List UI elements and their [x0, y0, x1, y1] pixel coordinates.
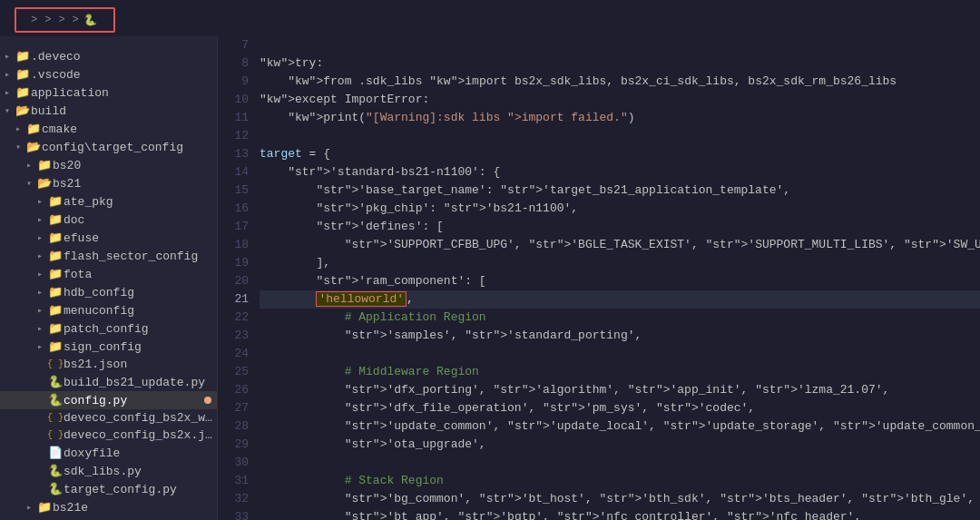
line-number: 9	[218, 73, 249, 91]
breadcrumb: > > > > 🐍	[15, 7, 115, 33]
main-layout: ▸ 📁 .deveco ▸ 📁 .vscode ▸ 📁 application …	[0, 36, 980, 520]
sidebar-item-menuconfig[interactable]: ▸ 📁 menuconfig	[0, 301, 217, 319]
tree-arrow: ▸	[33, 250, 47, 261]
line-number: 12	[218, 127, 249, 145]
code-line: "str">'ota_upgrade',	[260, 436, 980, 454]
sidebar-item-config_py[interactable]: 🐍 config.py	[0, 391, 217, 409]
code-line: "str">'pkg_chip': "str">'bs21-n1100',	[260, 200, 980, 218]
code-line: target = {	[260, 145, 980, 163]
line-number: 29	[218, 436, 249, 454]
sidebar-item-vscode[interactable]: ▸ 📁 .vscode	[0, 65, 217, 83]
file-icon-folder: 📁	[36, 500, 53, 515]
sidebar-item-bs22[interactable]: ▸ 📁 bs22	[0, 516, 217, 520]
line-number: 15	[218, 182, 249, 200]
code-line: "str">'standard-bs21-n1100': {	[260, 163, 980, 182]
tree-label: patch_config	[64, 322, 217, 336]
file-icon-folder: 📁	[47, 231, 64, 245]
sidebar-item-build_bs21[interactable]: 🐍 build_bs21_update.py	[0, 373, 217, 391]
code-line: "kw">except ImportError:	[260, 91, 980, 109]
tree-arrow: ▸	[33, 341, 47, 352]
line-number: 17	[218, 218, 249, 236]
tree-label: menuconfig	[64, 304, 217, 318]
line-number: 32	[218, 490, 249, 508]
tree-label: bs21.json	[64, 358, 217, 371]
tree-label: config\target_config	[42, 141, 217, 154]
code-line: "str">'dfx_porting', "str">'algorithm', …	[260, 381, 980, 399]
sidebar-item-sign_config[interactable]: ▸ 📁 sign_config	[0, 338, 217, 356]
breadcrumb-sep-4: >	[73, 14, 79, 26]
tree-arrow: ▸	[0, 51, 15, 62]
code-line: "kw">from .sdk_libs "kw">import bs2x_sdk…	[260, 73, 980, 91]
file-icon-json-brace: { }	[47, 430, 64, 440]
file-icon-python: 🐍	[47, 393, 64, 407]
sidebar-item-bs21e[interactable]: ▸ 📁 bs21e	[0, 498, 217, 516]
file-icon-folder: 📁	[15, 85, 31, 100]
file-icon-folder: 📁	[47, 339, 64, 354]
sidebar-item-bs21[interactable]: ▾ 📂 bs21	[0, 174, 217, 192]
sidebar-item-deveco_config_bs2x_json[interactable]: { } deveco_config_bs2x.json	[0, 427, 217, 444]
sidebar-item-efuse[interactable]: ▸ 📁 efuse	[0, 229, 217, 247]
file-icon-folder: 📁	[47, 267, 64, 281]
line-number: 20	[218, 272, 249, 290]
sidebar-item-bs20[interactable]: ▸ 📁 bs20	[0, 156, 217, 174]
tree-label: flash_sector_config	[64, 250, 217, 263]
sidebar-item-flash_sector_config[interactable]: ▸ 📁 flash_sector_config	[0, 247, 217, 265]
line-number: 31	[218, 472, 249, 490]
tree-arrow: ▸	[0, 87, 15, 98]
code-line: "str">'samples', "str">'standard_porting…	[260, 327, 980, 345]
code-container[interactable]: 7891011121314151617181920212223242526272…	[218, 36, 980, 520]
code-line: # Middleware Region	[260, 363, 980, 381]
sidebar-item-deveco[interactable]: ▸ 📁 .deveco	[0, 47, 217, 65]
tree-label: sdk_libs.py	[64, 465, 217, 478]
line-number: 33	[218, 508, 249, 520]
sidebar-item-hdb_config[interactable]: ▸ 📁 hdb_config	[0, 283, 217, 301]
file-icon-folder: 📁	[47, 212, 64, 227]
sidebar-item-deveco_config_bs2x[interactable]: { } deveco_config_bs2x_without_b...	[0, 409, 217, 427]
code-line	[260, 454, 980, 472]
file-icon-python: 🐍	[47, 375, 64, 389]
code-line: "str">'SUPPORT_CFBB_UPG', "str">'BGLE_TA…	[260, 236, 980, 254]
sidebar-item-ate_pkg[interactable]: ▸ 📁 ate_pkg	[0, 192, 217, 211]
tree-label: ate_pkg	[64, 195, 217, 209]
sidebar-item-application[interactable]: ▸ 📁 application	[0, 83, 217, 102]
code-line	[260, 345, 980, 363]
line-number: 27	[218, 399, 249, 417]
sidebar-item-fota[interactable]: ▸ 📁 fota	[0, 265, 217, 283]
sidebar-item-doxyfile[interactable]: 📄 doxyfile	[0, 444, 217, 462]
sidebar: ▸ 📁 .deveco ▸ 📁 .vscode ▸ 📁 application …	[0, 36, 218, 520]
line-number: 25	[218, 363, 249, 381]
sidebar-item-build[interactable]: ▾ 📂 build	[0, 102, 217, 120]
tree-label: config.py	[64, 394, 204, 407]
line-number: 21	[218, 290, 249, 309]
sidebar-item-cmake[interactable]: ▸ 📁 cmake	[0, 120, 217, 138]
line-number: 16	[218, 200, 249, 218]
tree-label: deveco_config_bs2x.json	[64, 428, 217, 442]
tree-label: .deveco	[31, 50, 217, 64]
sidebar-item-patch_config[interactable]: ▸ 📁 patch_config	[0, 319, 217, 338]
tree-label: deveco_config_bs2x_without_b...	[64, 411, 217, 425]
file-icon-json: { }	[47, 359, 64, 369]
sidebar-item-doc[interactable]: ▸ 📁 doc	[0, 211, 217, 229]
file-icon-python: 🐍	[47, 464, 64, 478]
sidebar-item-bs21json[interactable]: { } bs21.json	[0, 356, 217, 373]
line-number: 24	[218, 345, 249, 363]
breadcrumb-sep-1: >	[31, 14, 37, 26]
code-line: "str">'update_common', "str">'update_loc…	[260, 417, 980, 436]
sidebar-item-target_config_py[interactable]: 🐍 target_config.py	[0, 480, 217, 498]
breadcrumb-container: > > > > 🐍	[0, 0, 980, 36]
line-number: 28	[218, 417, 249, 436]
file-icon-folder: 📁	[47, 194, 64, 209]
sidebar-item-config_target_config[interactable]: ▾ 📂 config\target_config	[0, 138, 217, 156]
file-icon-folder: 📁	[15, 49, 31, 64]
code-content[interactable]: "kw">try: "kw">from .sdk_libs "kw">impor…	[256, 36, 980, 520]
file-icon-folder: 📁	[47, 249, 64, 263]
tree-label: sign_config	[64, 340, 217, 354]
tree-label: build	[31, 104, 217, 118]
sidebar-item-sdk_libs_py[interactable]: 🐍 sdk_libs.py	[0, 462, 217, 480]
line-number: 13	[218, 145, 249, 163]
breadcrumb-sep-2: >	[44, 14, 51, 26]
code-line	[260, 127, 980, 145]
code-line: ],	[260, 254, 980, 272]
tree-label: bs20	[53, 159, 217, 172]
tree-arrow: ▸	[11, 123, 25, 134]
